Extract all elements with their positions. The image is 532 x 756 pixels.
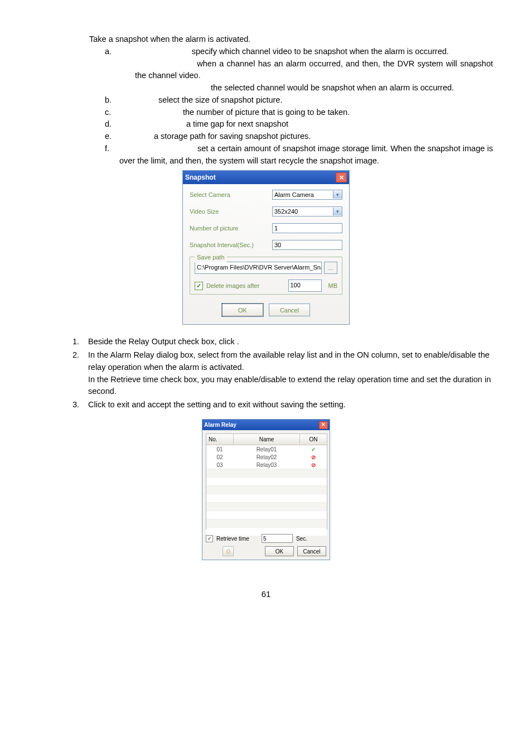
relay-table: No. Name ON 01 Relay01 ✓ 02 Relay02 ⊘ 03… bbox=[206, 434, 327, 529]
snapshot-dialog: Snapshot ✕ Select Camera Alarm Camera ▾ … bbox=[182, 170, 350, 325]
item-b-letter: b. bbox=[105, 94, 119, 107]
item-a-sub2: the selected channel would be snapshot w… bbox=[211, 83, 454, 92]
num-3: 3. bbox=[72, 399, 88, 411]
item-e-text: a storage path for saving snapshot pictu… bbox=[154, 132, 311, 141]
num-picture-value: 1 bbox=[274, 224, 278, 233]
browse-button[interactable]: ... bbox=[324, 262, 337, 274]
item-a-text: specify which channel video to be snapsh… bbox=[192, 47, 449, 56]
retrieve-time-label: Retrieve time bbox=[216, 535, 249, 543]
table-row[interactable]: 03 Relay03 ⊘ bbox=[206, 461, 327, 469]
mb-label: MB bbox=[328, 281, 338, 291]
disabled-icon[interactable]: ⊘ bbox=[311, 462, 316, 468]
alarm-relay-dialog: Alarm Relay ✕ No. Name ON 01 Relay01 ✓ 0… bbox=[202, 419, 330, 560]
item-d-text: a time gap for next snapshot bbox=[186, 119, 288, 128]
cancel-button[interactable]: Cancel bbox=[269, 304, 310, 316]
table-row[interactable]: 02 Relay02 ⊘ bbox=[206, 453, 327, 461]
label-video-size: Video Size bbox=[190, 207, 272, 216]
video-size-value: 352x240 bbox=[274, 207, 298, 216]
relay-titlebar: Alarm Relay ✕ bbox=[202, 420, 330, 430]
intro-text: Take a snapshot when the alarm is activa… bbox=[89, 33, 493, 46]
num-2-text2: In the Retrieve time check box, you may … bbox=[88, 375, 491, 396]
num-picture-input[interactable]: 1 bbox=[272, 223, 342, 233]
col-no-header[interactable]: No. bbox=[206, 434, 234, 445]
item-c-letter: c. bbox=[105, 107, 119, 119]
sec-label: Sec. bbox=[296, 535, 307, 543]
num-2-text1: In the Alarm Relay dialog box, select fr… bbox=[88, 350, 490, 372]
item-a-letter: a. bbox=[105, 46, 119, 58]
row-name: Relay02 bbox=[233, 453, 300, 461]
cancel-button[interactable]: Cancel bbox=[297, 546, 326, 556]
select-camera-value: Alarm Camera bbox=[274, 190, 314, 200]
relay-title: Alarm Relay bbox=[204, 421, 236, 429]
item-d-letter: d. bbox=[105, 118, 119, 131]
item-e-letter: e. bbox=[105, 131, 119, 143]
delete-after-label: Delete images after bbox=[206, 281, 285, 291]
output-icon[interactable]: ⎙ bbox=[223, 546, 234, 556]
item-a-sub1: when a channel has an alarm occurred, an… bbox=[135, 59, 493, 80]
row-no: 02 bbox=[206, 453, 233, 461]
ok-button[interactable]: OK bbox=[265, 546, 294, 556]
num-3-text: Click to exit and accept the setting and… bbox=[88, 399, 493, 411]
label-interval: Snapshot Interval(Sec.) bbox=[190, 240, 272, 250]
ok-button[interactable]: OK bbox=[222, 304, 263, 316]
close-icon[interactable]: ✕ bbox=[319, 421, 328, 429]
close-icon[interactable]: ✕ bbox=[336, 172, 347, 182]
delete-limit-input[interactable]: 100 bbox=[288, 280, 322, 292]
delete-after-checkbox[interactable]: ✓ bbox=[195, 282, 203, 290]
interval-value: 30 bbox=[274, 240, 281, 250]
save-path-input[interactable]: C:\Program Files\DVR\DVR Server\Alarm_Sn… bbox=[195, 262, 322, 274]
row-no: 01 bbox=[206, 445, 233, 454]
check-icon[interactable]: ✓ bbox=[311, 446, 316, 452]
label-num-picture: Number of picture bbox=[190, 224, 272, 233]
retrieve-time-checkbox[interactable]: ✓ bbox=[206, 535, 213, 542]
chevron-down-icon[interactable]: ▾ bbox=[333, 191, 342, 199]
col-on-header[interactable]: ON bbox=[300, 434, 327, 445]
row-no: 03 bbox=[206, 461, 233, 469]
interval-input[interactable]: 30 bbox=[272, 240, 342, 250]
video-size-dropdown[interactable]: 352x240 ▾ bbox=[272, 206, 342, 216]
page-number: 61 bbox=[39, 588, 493, 601]
save-path-legend: Save path bbox=[195, 253, 227, 262]
num-2: 2. bbox=[72, 349, 88, 398]
item-b-text: select the size of snapshot picture. bbox=[158, 95, 282, 104]
table-row[interactable]: 01 Relay01 ✓ bbox=[206, 445, 327, 453]
snapshot-title: Snapshot bbox=[185, 172, 216, 182]
item-c-text: the number of picture that is going to b… bbox=[183, 108, 350, 117]
chevron-down-icon[interactable]: ▾ bbox=[333, 208, 342, 215]
num-1-text: Beside the Relay Output check box, click… bbox=[88, 336, 493, 348]
label-select-camera: Select Camera bbox=[190, 190, 272, 200]
disabled-icon[interactable]: ⊘ bbox=[311, 454, 316, 460]
retrieve-time-input[interactable]: 5 bbox=[262, 534, 293, 543]
num-1: 1. bbox=[72, 336, 88, 348]
select-camera-dropdown[interactable]: Alarm Camera ▾ bbox=[272, 190, 342, 200]
col-name-header[interactable]: Name bbox=[234, 434, 300, 445]
snapshot-titlebar: Snapshot ✕ bbox=[183, 171, 349, 184]
save-path-fieldset: Save path C:\Program Files\DVR\DVR Serve… bbox=[190, 257, 342, 295]
item-f-text: set a certain amount of snapshot image s… bbox=[119, 144, 493, 165]
row-name: Relay03 bbox=[233, 461, 300, 469]
row-name: Relay01 bbox=[233, 445, 300, 454]
item-f-letter: f. bbox=[105, 143, 119, 167]
